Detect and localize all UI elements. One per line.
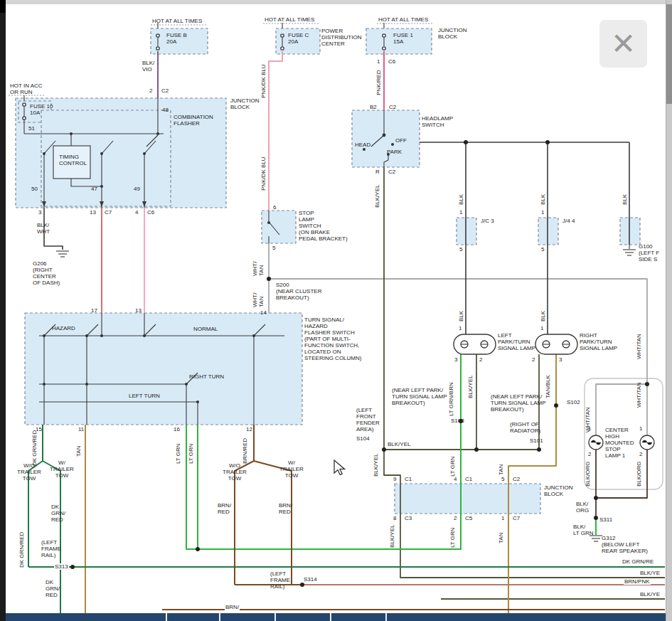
pin-5-b: 5 bbox=[501, 476, 504, 482]
left-lamp-label: LEFT PARK/TURN SIGNAL LAMP bbox=[498, 332, 535, 351]
pin-6: 6 bbox=[273, 204, 276, 211]
pin-b2: B2 bbox=[370, 104, 377, 110]
pnk-dk-blu-label-1: PNK/DK BLU bbox=[260, 64, 267, 98]
pin-1-c: 1 bbox=[501, 515, 504, 521]
lt-grn-brn-label: LT GRN/BRN bbox=[448, 382, 454, 416]
g100-label: G100 (LEFT F SIDE S bbox=[639, 243, 659, 262]
vertical-scrollbar[interactable] bbox=[666, 0, 672, 621]
head-label: HEAD bbox=[355, 142, 370, 148]
brn-pnk-label: BRN/PNK bbox=[624, 578, 651, 585]
wht-tan-label-2: WHT/ TAN bbox=[252, 293, 265, 307]
fuse-c-label: FUSE C 20A bbox=[288, 32, 309, 45]
pnk-dk-blu-label-2: PNK/DK BLU bbox=[260, 156, 267, 191]
off-label: OFF bbox=[395, 137, 407, 144]
brn-red-label-1: BRN/RED bbox=[242, 438, 248, 464]
wo-trailer-label-2: W/O TRAILER TOW bbox=[223, 462, 247, 482]
ts-switch-label: TURN SIGNAL/ HAZARD FLASHER SWITCH (PART… bbox=[304, 317, 361, 361]
wht-tan-label-4: WHT/TAN bbox=[636, 382, 642, 408]
lt-grn-label-3: LT GRN bbox=[449, 456, 456, 477]
s102-label: S102 bbox=[567, 399, 580, 405]
fuse-b-label: FUSE B 20A bbox=[166, 32, 187, 45]
left-frame-rail-label-2: (LEFT FRAME RAIL) bbox=[270, 570, 290, 590]
hazard-label: HAZARD bbox=[52, 325, 75, 331]
pin-3-lamp-r: 3 bbox=[559, 356, 562, 363]
junction-block-label-1: JUNCTION BLOCK bbox=[438, 27, 466, 40]
pin-c6-b: C6 bbox=[388, 58, 395, 65]
pin-2-b: 2 bbox=[454, 515, 457, 521]
pin-5-jc3: 5 bbox=[459, 246, 462, 253]
s311-label: S311 bbox=[599, 516, 612, 523]
s314-label: S314 bbox=[304, 576, 317, 583]
bottom-table-header-bar bbox=[6, 613, 666, 621]
blk-label-5: BLK bbox=[540, 311, 546, 322]
s104-label: S104 bbox=[356, 435, 370, 442]
pdc-label: POWER DISTRIBUTION CENTER bbox=[321, 28, 361, 47]
dk-grn-red-label-4: DK GRN/ RED bbox=[46, 579, 60, 598]
pin-c2-c: C2 bbox=[388, 169, 395, 175]
pin-1-chmsl-2: 1 bbox=[639, 425, 642, 432]
pin-2-chmsl-2: 2 bbox=[639, 451, 642, 457]
pin-r: R bbox=[375, 169, 380, 175]
timing-control-label: TIMING CONTROL bbox=[59, 154, 87, 166]
normal-label: NORMAL bbox=[193, 326, 218, 332]
dk-grn-re-label: DK GRN/RE bbox=[622, 558, 654, 565]
g206-label: G206 (RIGHT CENTER OF DASH) bbox=[33, 260, 60, 286]
close-icon: ✕ bbox=[611, 29, 636, 59]
fuse-1-label: FUSE 1 15A bbox=[393, 32, 413, 45]
blk-org-label-1: BLK/ORG bbox=[585, 461, 591, 487]
left-edge-strip bbox=[0, 0, 6, 621]
pin-c6-a: C6 bbox=[147, 209, 154, 216]
hot-label-2: HOT AT ALL TIMES bbox=[265, 16, 314, 23]
wht-tan-label-3: WHT/TAN bbox=[636, 334, 642, 359]
pin-c1-a: C1 bbox=[405, 476, 412, 482]
blk-wht-label: BLK/ WHT bbox=[37, 222, 50, 235]
blk-lt-grn-label: BLK/ LT GRN bbox=[573, 524, 594, 536]
close-button[interactable]: ✕ bbox=[599, 20, 647, 68]
top-edge-strip bbox=[0, 0, 672, 4]
blk-label-1: BLK bbox=[458, 194, 464, 205]
pin-2: 2 bbox=[149, 87, 152, 94]
junction-block-label-2: JUNCTION BLOCK bbox=[230, 97, 259, 110]
scrollbar-thumb[interactable] bbox=[666, 4, 672, 104]
pin-48: 48 bbox=[162, 107, 169, 113]
lt-grn-label-4: LT GRN bbox=[449, 527, 456, 548]
pin-5-j4: 5 bbox=[541, 246, 544, 253]
s101-label: S101 bbox=[530, 437, 543, 444]
g312-label: G312 (BELOW LEFT REAR SPEAKER) bbox=[602, 535, 648, 554]
dk-grn-red-label-3: DK GRN/RED bbox=[18, 532, 25, 568]
blk-ye-label-2: BLK/YE bbox=[639, 591, 661, 598]
s200-label: S200 (NEAR CLUSTER BREAKOUT) bbox=[276, 282, 321, 301]
pin-2-lamp-r: 2 bbox=[532, 356, 535, 363]
pin-51: 51 bbox=[28, 125, 35, 132]
pin-17: 17 bbox=[91, 307, 97, 314]
brn-label: BRN/ bbox=[225, 604, 240, 610]
bottom-bar-divider bbox=[166, 613, 167, 621]
fuse-10-label: FUSE 10 10A bbox=[30, 103, 53, 116]
blk-yel-label-1: BLK/YEL bbox=[374, 185, 380, 208]
blk-yel-label-5: BLK/YEL bbox=[389, 525, 395, 548]
pin-2-chmsl-1: 2 bbox=[588, 451, 591, 457]
pin-1-jc3: 1 bbox=[459, 209, 462, 216]
right-lamp-label: RIGHT PARK/TURN SIGNAL LAMP bbox=[580, 332, 617, 351]
hot-acc-label: HOT IN ACC OR RUN bbox=[10, 83, 43, 95]
near-left-park-label-1: (NEAR LEFT PARK/ TURN SIGNAL LAMP BREAKO… bbox=[392, 387, 447, 406]
pin-11: 11 bbox=[78, 426, 84, 432]
blk-label-2: BLK bbox=[540, 194, 546, 205]
pin-2-lamp-l: 2 bbox=[479, 356, 482, 363]
left-turn-label: LEFT TURN bbox=[129, 393, 160, 399]
near-left-park-label-2: (NEAR LEFT PARK/ TURN SIGNAL LAMP BREAKO… bbox=[491, 393, 546, 413]
pin-8: 8 bbox=[393, 515, 396, 521]
pin-4-b: 4 bbox=[454, 476, 457, 482]
junction-block-label-3: JUNCTION BLOCK bbox=[544, 484, 572, 497]
j4-label: J/4 4 bbox=[562, 218, 575, 224]
pin-49: 49 bbox=[134, 186, 140, 192]
stop-lamp-switch-label: STOP LAMP SWITCH (ON BRAKE PEDAL BRACKET… bbox=[299, 210, 348, 242]
blk-yel-label-4: BLK/YEL bbox=[373, 454, 379, 477]
jc3-label: J/C 3 bbox=[481, 218, 494, 224]
w-trailer-label-2: W/ TRAILER TOW bbox=[279, 460, 304, 479]
brn-red-label-3: BRN/ RED bbox=[279, 502, 292, 515]
center-stop-lamp-label: CENTER HIGH MOUNTED STOP LAMP 1 bbox=[605, 427, 634, 459]
pin-12: 12 bbox=[246, 426, 252, 432]
pin-3-lamp-l: 3 bbox=[454, 356, 457, 363]
hot-label-3: HOT AT ALL TIMES bbox=[378, 16, 428, 23]
